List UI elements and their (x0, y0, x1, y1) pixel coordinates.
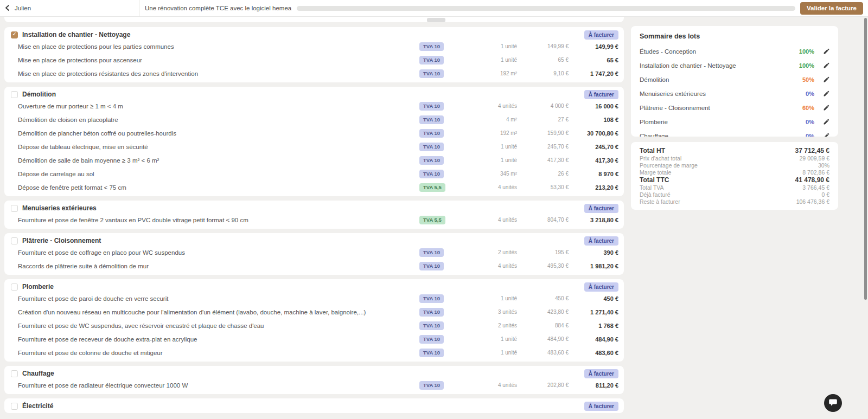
lot-checkbox[interactable] (11, 205, 18, 212)
item-total: 245,70 € (569, 144, 618, 150)
lot-checkbox[interactable] (11, 31, 18, 38)
item-tva-badge[interactable]: TVA 10 (419, 381, 444, 390)
totals-label: Total TVA (640, 184, 664, 191)
item-tva-badge[interactable]: TVA 10 (419, 115, 444, 124)
lot-checkbox[interactable] (11, 91, 18, 98)
lot-item-row[interactable]: Dépose de fenêtre petit format < 75 cm T… (4, 181, 624, 194)
to-invoice-badge[interactable]: À facturer (584, 204, 618, 213)
summary-lot-label: Études - Conception (640, 48, 799, 55)
lots-column: Installation de chantier - Nettoyage À f… (4, 17, 624, 413)
lot-title: Électricité (22, 402, 53, 410)
lot-checkbox[interactable] (11, 283, 18, 291)
totals-value: 29 009,59 € (800, 155, 829, 162)
edit-lot-button[interactable] (823, 76, 831, 83)
item-unit-price: 27 € (517, 117, 569, 123)
item-tva-badge[interactable]: TVA 10 (419, 102, 444, 111)
lot-item-row[interactable]: Raccords de plâtrerie suite à démolition… (4, 259, 624, 273)
validate-invoice-button[interactable]: Valider la facture (800, 2, 863, 15)
item-tva-badge[interactable]: TVA 10 (419, 294, 444, 303)
item-tva-badge[interactable]: TVA 10 (419, 262, 444, 270)
page-scrollbar[interactable] (864, 18, 867, 300)
lot-item-row[interactable]: Fourniture et pose de WC suspendus, avec… (4, 319, 624, 332)
lot-item-row[interactable]: Fourniture et pose de receveur de douche… (4, 332, 624, 346)
to-invoice-badge[interactable]: À facturer (584, 236, 618, 246)
lot-percent: 50% (802, 76, 814, 83)
totals-row: Déjà facturé 0 € (640, 191, 829, 198)
pencil-icon (823, 76, 830, 83)
item-total: 417,30 € (569, 157, 618, 164)
item-tva-badge[interactable]: TVA 10 (419, 56, 444, 65)
summary-lot-label: Plomberie (640, 119, 806, 125)
totals-value: 37 712,45 € (795, 147, 829, 154)
item-quantity: 3 unités (463, 309, 517, 315)
edit-lot-button[interactable] (823, 132, 831, 137)
to-invoice-badge[interactable]: À facturer (584, 282, 618, 292)
lot-item-row[interactable]: Dépose de carrelage au sol TVA 10 345 m²… (4, 167, 624, 181)
cutoff-tva-badge (427, 18, 445, 22)
lot-items: Fourniture et pose de fenêtre 2 vantaux … (4, 213, 624, 227)
edit-lot-button[interactable] (823, 90, 831, 98)
item-quantity: 4 unités (463, 217, 517, 223)
edit-lot-button[interactable] (823, 48, 831, 55)
item-total: 1 271,40 € (569, 309, 618, 315)
lot-items: Mise en place de protections pour les pa… (4, 40, 624, 80)
lot-title: Plomberie (22, 283, 54, 291)
edit-lot-button[interactable] (823, 62, 831, 69)
item-label: Création d'un nouveau réseau en multicou… (18, 309, 419, 315)
lot-item-row[interactable]: Fourniture et pose de radiateur électriq… (4, 378, 624, 392)
item-tva-badge[interactable]: TVA 10 (419, 156, 444, 165)
lot-item-row[interactable]: Mise en place de protections pour ascens… (4, 53, 624, 67)
lot-item-row[interactable]: Fourniture et pose de paroi de douche en… (4, 292, 624, 305)
item-tva-badge[interactable]: TVA 10 (419, 335, 444, 344)
to-invoice-badge[interactable]: À facturer (584, 90, 618, 99)
item-tva-badge[interactable]: TVA 10 (419, 308, 444, 317)
lot-item-row[interactable]: Mise en place de protections résistantes… (4, 67, 624, 80)
summary-lot-label: Plâtrerie - Cloisonnement (640, 105, 802, 111)
back-user-label[interactable]: Julien (15, 5, 31, 11)
lot-checkbox[interactable] (11, 237, 18, 244)
lot-title: Chauffage (22, 370, 54, 377)
item-tva-badge[interactable]: TVA 10 (419, 143, 444, 151)
lot-item-row[interactable]: Démolition de cloison en placoplatre TVA… (4, 113, 624, 126)
item-unit-price: 149,99 € (517, 43, 569, 49)
item-tva-badge[interactable]: TVA 10 (419, 170, 444, 178)
lot-item-row[interactable]: Démolition de plancher béton coffré ou p… (4, 126, 624, 140)
item-unit-price: 9,10 € (517, 70, 569, 76)
lot-item-row[interactable]: Ouverture de mur porteur ≥ 1 m < 4 m TVA… (4, 99, 624, 113)
topbar: Julien Une rénovation complète TCE avec … (0, 0, 868, 17)
item-tva-badge[interactable]: TVA 10 (419, 69, 444, 78)
edit-lot-button[interactable] (823, 118, 831, 126)
lot-checkbox[interactable] (11, 370, 18, 377)
to-invoice-badge[interactable]: À facturer (584, 369, 618, 378)
item-tva-badge[interactable]: TVA 5,5 (419, 216, 445, 224)
edit-lot-button[interactable] (823, 104, 831, 112)
lot-item-row[interactable]: Fourniture et pose de colonne de douche … (4, 346, 624, 359)
lot-item-row[interactable]: Fourniture et pose de fenêtre 2 vantaux … (4, 213, 624, 227)
item-tva-badge[interactable]: TVA 10 (419, 349, 444, 357)
lot-item-row[interactable]: Mise en place de protections pour les pa… (4, 40, 624, 53)
pencil-icon (823, 104, 830, 111)
item-tva-badge[interactable]: TVA 10 (419, 248, 444, 257)
item-label: Fourniture et pose de fenêtre 2 vantaux … (18, 217, 419, 223)
item-quantity: 1 unité (463, 43, 517, 49)
lot-item-row[interactable]: Démolition de salle de bain moyenne ≥ 3 … (4, 153, 624, 167)
item-quantity: 192 m² (463, 130, 517, 136)
lot-items: Ouverture de mur porteur ≥ 1 m < 4 m TVA… (4, 99, 624, 194)
lot-item-row[interactable]: Dépose de tableau électrique, mise en sé… (4, 140, 624, 153)
back-button[interactable] (5, 3, 10, 13)
pencil-icon (823, 118, 830, 125)
item-quantity: 1 unité (463, 295, 517, 301)
to-invoice-badge[interactable]: À facturer (584, 402, 618, 411)
item-tva-badge[interactable]: TVA 10 (419, 129, 444, 138)
chat-button[interactable] (824, 394, 842, 412)
item-total: 450 € (569, 295, 618, 302)
item-total: 30 700,80 € (569, 130, 618, 137)
lot-item-row[interactable]: Création d'un nouveau réseau en multicou… (4, 305, 624, 319)
to-invoice-badge[interactable]: À facturer (584, 30, 618, 40)
item-tva-badge[interactable]: TVA 10 (419, 321, 444, 330)
lot-item-row[interactable]: Fourniture et pose de coffrage en placo … (4, 246, 624, 259)
item-tva-badge[interactable]: TVA 10 (419, 42, 444, 51)
item-quantity: 345 m² (463, 171, 517, 177)
item-tva-badge[interactable]: TVA 5,5 (419, 183, 445, 192)
lot-checkbox[interactable] (11, 403, 18, 410)
